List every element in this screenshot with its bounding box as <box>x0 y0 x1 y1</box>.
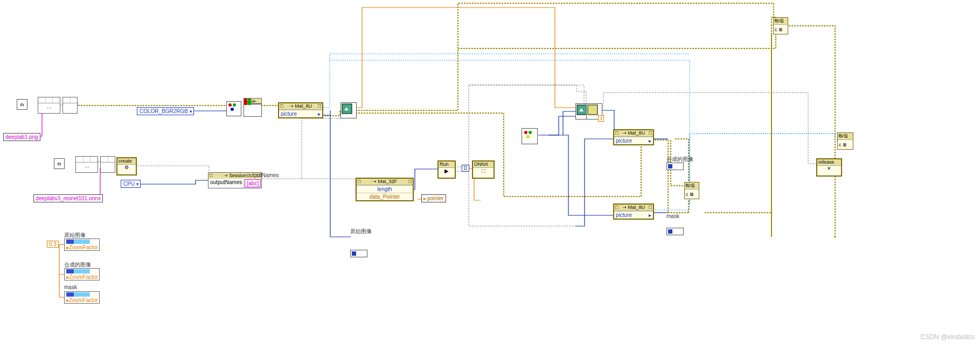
comp-zoom-prop[interactable]: ▸ZoomFactor <box>64 268 100 280</box>
orig-zoom-label: 原始图像 <box>64 231 86 239</box>
outputnames-label: outputNames <box>247 172 279 178</box>
svg-point-9 <box>526 135 530 138</box>
zoom-constant[interactable]: 0.3 <box>47 241 59 248</box>
close-vi-3: 相/值 c 🗎 <box>837 132 853 150</box>
original-image-indicator <box>350 250 367 257</box>
close-vi-1: 相/值 c 🗎 <box>684 182 699 199</box>
composite-image-indicator <box>666 163 684 170</box>
mat32f-cluster: □⇢ Mat_32F□ length data_Pointer <box>356 178 414 201</box>
color-conversion-selector[interactable]: COLOR_BGR2RGB <box>137 107 194 115</box>
mask-indicator <box>666 228 684 235</box>
svg-rect-12 <box>588 105 597 115</box>
original-image-label: 原始图像 <box>350 228 372 235</box>
mat8u-cluster-1: □⇢ Mat_8U□ picture▸ <box>278 102 323 118</box>
outputnames-field: outputNames <box>208 179 244 188</box>
path-control-2[interactable] <box>100 156 115 173</box>
path-control-1[interactable] <box>62 97 78 114</box>
svg-point-8 <box>529 131 532 134</box>
channels-3: 3 <box>598 115 604 122</box>
create-node: create ⚙ <box>116 157 137 175</box>
image-path-value[interactable]: deeplab1.png <box>3 133 40 141</box>
svg-rect-4 <box>248 99 251 105</box>
index-zero[interactable]: 0 <box>462 165 469 172</box>
release-node: release ✕ <box>816 158 842 177</box>
mask-zoom-label: mask <box>64 284 77 290</box>
file-dialog-icon-1: 🗀 <box>17 99 27 110</box>
mask-label: mask <box>666 213 679 219</box>
path-browse-1[interactable]: ⋯ <box>38 97 60 114</box>
close-vi-2: 相/值 c 🗎 <box>773 17 788 34</box>
pointer-out: ▸pointer <box>421 194 446 202</box>
block-diagram: { "files": { "image_path": "deeplab1.png… <box>0 0 980 344</box>
svg-point-7 <box>524 131 527 134</box>
file-dialog-icon-2: 🗀 <box>54 158 65 169</box>
cvtcolor-node: cvtCo. <box>244 98 262 117</box>
data-pointer-element: data_Pointer <box>357 193 413 200</box>
picture-element-2: picture <box>616 138 632 144</box>
onnx-node: ONNX ⬚ <box>472 160 495 179</box>
mat8u-cluster-3: □⇢ Mat_8U□ picture▸ <box>613 203 654 220</box>
picture-element-3: picture <box>616 212 632 218</box>
color-vi-2 <box>522 128 538 144</box>
outputnames-indicator: [abc] <box>245 179 261 187</box>
run-node: Run ▶ <box>437 160 456 179</box>
svg-point-0 <box>228 103 232 107</box>
svg-point-2 <box>231 108 234 111</box>
picture-element-1: picture <box>281 111 297 117</box>
orig-zoom-prop[interactable]: ▸ZoomFactor <box>64 238 100 251</box>
mask-zoom-prop[interactable]: ▸ZoomFactor <box>64 291 100 304</box>
svg-rect-3 <box>244 99 247 105</box>
path-browse-2[interactable]: ⋯ <box>75 156 98 173</box>
mat8u-cluster-2: □⇢ Mat_8U□ picture▸ <box>613 129 654 145</box>
comp-zoom-label: 合成的图像 <box>64 261 91 269</box>
image-proc-vi <box>340 102 357 118</box>
watermark: CSDN @virobotics <box>921 333 975 341</box>
model-path-value[interactable]: deeplabv3_resnet101.onnx <box>33 194 103 202</box>
composite-image-label: 合成的图像 <box>666 156 693 163</box>
length-element: length <box>357 185 413 193</box>
svg-point-1 <box>233 103 236 107</box>
opencv-vi-1 <box>226 101 241 116</box>
device-selector[interactable]: CPU <box>121 180 141 188</box>
